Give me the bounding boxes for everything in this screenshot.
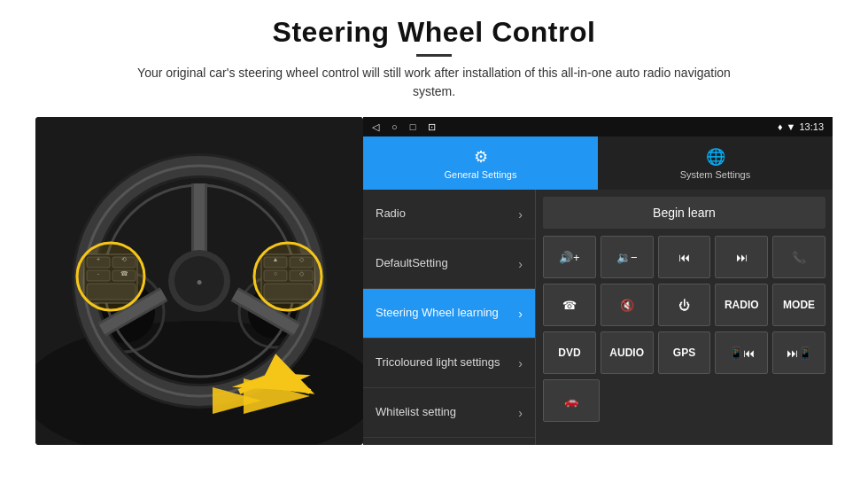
recents-icon[interactable]: □ — [410, 121, 416, 132]
mute-icon: 🔇 — [620, 299, 634, 312]
begin-learn-button[interactable]: Begin learn — [543, 197, 825, 229]
menu-icon[interactable]: ⊡ — [428, 121, 436, 133]
next-track-icon: ⏭ — [736, 251, 748, 264]
main-split: Radio › DefaultSetting › Steering Wheel … — [363, 190, 833, 445]
mode-label: MODE — [783, 299, 815, 311]
controls-row-4: 🚗 — [543, 379, 825, 422]
page-container: Steering Wheel Control Your original car… — [0, 0, 868, 483]
phone-next-button[interactable]: ⏭📱 — [772, 331, 825, 374]
system-settings-icon: 🌐 — [706, 147, 725, 167]
menu-item-steering-label: Steering Wheel learning — [376, 306, 518, 321]
svg-point-42 — [254, 243, 322, 310]
mode-button[interactable]: MODE — [772, 284, 825, 326]
menu-item-default-label: DefaultSetting — [376, 256, 518, 271]
phone-answer-button[interactable]: 📞 — [772, 236, 825, 278]
phone-prev-icon: 📱⏮ — [729, 347, 755, 360]
vol-down-icon: 🔉− — [616, 251, 638, 264]
vol-up-icon: 🔊+ — [559, 251, 580, 264]
hangup-icon: ☎ — [562, 299, 577, 312]
time-display: 13:13 — [799, 121, 824, 132]
menu-item-whitelist-label: Whitelist setting — [376, 405, 518, 420]
menu-item-steering[interactable]: Steering Wheel learning › — [363, 289, 535, 339]
chevron-icon-tricoloured: › — [518, 356, 523, 370]
car-icon-button[interactable]: 🚗 — [543, 379, 600, 422]
prev-track-button[interactable]: ⏮ — [658, 236, 711, 278]
tab-bar: ⚙ General Settings 🌐 System Settings — [363, 136, 833, 190]
general-settings-icon: ⚙ — [474, 147, 488, 167]
mute-button[interactable]: 🔇 — [601, 284, 654, 326]
power-icon: ⏻ — [678, 299, 690, 312]
content-area: 120 140 — [35, 117, 833, 445]
status-bar-nav: ◁ ○ □ ⊡ — [372, 121, 436, 133]
gps-button[interactable]: GPS — [658, 331, 711, 374]
steering-wheel-image: 120 140 — [35, 117, 363, 445]
phone-next-icon: ⏭📱 — [787, 347, 812, 360]
tablet-ui: ◁ ○ □ ⊡ ♦ ▼ 13:13 ⚙ General Settings — [363, 117, 833, 445]
page-title: Steering Wheel Control — [124, 16, 744, 49]
phone-prev-button[interactable]: 📱⏮ — [715, 331, 768, 374]
menu-item-default[interactable]: DefaultSetting › — [363, 239, 535, 289]
menu-item-radio-label: Radio — [376, 206, 518, 222]
tab-system[interactable]: 🌐 System Settings — [598, 136, 833, 190]
svg-point-1 — [35, 321, 363, 445]
location-icon: ♦ — [778, 121, 783, 132]
menu-item-whitelist[interactable]: Whitelist setting › — [363, 388, 535, 438]
title-divider — [416, 54, 452, 57]
radio-label: RADIO — [725, 299, 759, 311]
controls-row-3: DVD AUDIO GPS 📱⏮ ⏭📱 — [543, 331, 825, 374]
subtitle: Your original car's steering wheel contr… — [124, 64, 744, 101]
title-section: Steering Wheel Control Your original car… — [124, 16, 744, 112]
radio-button[interactable]: RADIO — [715, 284, 768, 326]
audio-button[interactable]: AUDIO — [601, 331, 654, 374]
controls-row-1: 🔊+ 🔉− ⏮ ⏭ 📞 — [543, 236, 825, 278]
chevron-icon-radio: › — [518, 207, 523, 222]
tab-system-label: System Settings — [680, 169, 750, 180]
status-bar-info: ♦ ▼ 13:13 — [778, 121, 824, 132]
svg-point-41 — [77, 243, 144, 310]
menu-item-radio[interactable]: Radio › — [363, 190, 535, 239]
audio-label: AUDIO — [609, 347, 644, 359]
right-panel: Begin learn 🔊+ 🔉− ⏮ — [536, 190, 833, 445]
next-track-button[interactable]: ⏭ — [715, 236, 768, 278]
chevron-icon-default: › — [518, 257, 523, 271]
chevron-icon-whitelist: › — [518, 406, 523, 420]
menu-list: Radio › DefaultSetting › Steering Wheel … — [363, 190, 536, 445]
svg-text:●: ● — [196, 276, 202, 288]
vol-up-button[interactable]: 🔊+ — [543, 236, 596, 278]
wifi-icon: ▼ — [787, 121, 796, 132]
power-button[interactable]: ⏻ — [658, 284, 711, 326]
back-icon[interactable]: ◁ — [372, 121, 379, 133]
status-bar: ◁ ○ □ ⊡ ♦ ▼ 13:13 — [363, 117, 833, 136]
dvd-label: DVD — [558, 347, 580, 359]
dvd-button[interactable]: DVD — [543, 331, 596, 374]
tab-general-label: General Settings — [445, 169, 517, 180]
vol-down-button[interactable]: 🔉− — [601, 236, 654, 278]
menu-item-tricoloured-label: Tricoloured light settings — [376, 355, 518, 370]
prev-track-icon: ⏮ — [678, 251, 690, 264]
begin-learn-row: Begin learn — [543, 197, 825, 229]
car-icon: 🚗 — [564, 394, 578, 408]
hangup-button[interactable]: ☎ — [543, 284, 596, 326]
gps-label: GPS — [673, 347, 695, 359]
menu-item-tricoloured[interactable]: Tricoloured light settings › — [363, 339, 535, 388]
chevron-icon-steering: › — [518, 307, 523, 321]
phone-answer-icon: 📞 — [792, 251, 806, 264]
home-icon[interactable]: ○ — [391, 121, 398, 132]
controls-row-2: ☎ 🔇 ⏻ RADIO MODE — [543, 284, 825, 326]
tab-general[interactable]: ⚙ General Settings — [363, 136, 598, 190]
